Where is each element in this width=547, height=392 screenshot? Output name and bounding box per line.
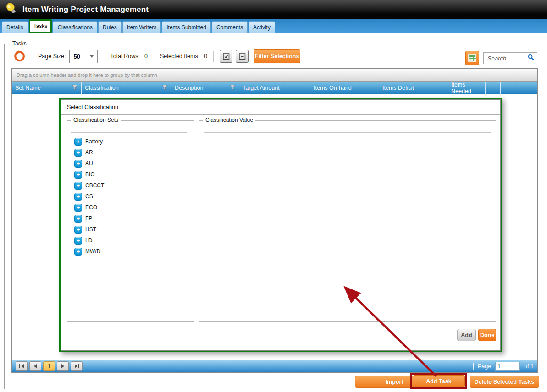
app-window: Item Writing Project Management DetailsT… xyxy=(0,0,547,392)
page-size-value: 50 xyxy=(73,53,80,60)
page-size-label: Page Size: xyxy=(38,53,66,60)
expand-plus-icon[interactable]: + xyxy=(74,215,82,223)
tab-details[interactable]: Details xyxy=(2,21,28,33)
refresh-icon[interactable] xyxy=(13,50,26,63)
page-label: Page xyxy=(478,363,491,370)
expand-plus-icon[interactable]: + xyxy=(74,248,82,256)
lightbulb-icon xyxy=(5,2,17,17)
tree-item-bio[interactable]: +BIO xyxy=(71,169,187,180)
page-title: Item Writing Project Management xyxy=(22,5,149,14)
checkbox-checked-icon xyxy=(223,53,230,60)
tab-classifications[interactable]: Classifications xyxy=(53,21,97,33)
select-all-button[interactable] xyxy=(220,50,232,63)
last-page-button[interactable] xyxy=(71,361,83,371)
filter-selections-button[interactable]: Filter Selections xyxy=(254,49,300,63)
group-hint-text: Drag a column header and drop it here to… xyxy=(17,72,157,78)
filter-funnel-icon[interactable] xyxy=(161,84,168,92)
tree-item-label: FP xyxy=(85,215,92,222)
expand-plus-icon[interactable]: + xyxy=(74,182,82,190)
tree-item-label: CS xyxy=(85,193,93,200)
page-of-label: of 1 xyxy=(524,363,534,370)
filter-funnel-icon[interactable] xyxy=(72,84,78,92)
total-rows-value: 0 xyxy=(144,53,148,60)
tab-item-writers[interactable]: Item Writers xyxy=(122,21,161,33)
dialog-done-button[interactable]: Done xyxy=(478,329,496,341)
title-bar: Item Writing Project Management xyxy=(0,0,547,19)
tab-rules[interactable]: Rules xyxy=(98,21,122,33)
tab-label: Tasks xyxy=(33,23,48,29)
tree-item-label: Battery xyxy=(85,138,103,145)
tab-label: Item Writers xyxy=(127,24,156,31)
tree-item-label: MW/D xyxy=(85,248,100,255)
expand-plus-icon[interactable]: + xyxy=(74,204,82,212)
prev-page-button[interactable] xyxy=(29,361,41,371)
column-header-set-name[interactable]: Set Name xyxy=(12,82,82,94)
group-by-bar[interactable]: Drag a column header and drop it here to… xyxy=(12,69,537,82)
current-page-button[interactable]: 1 xyxy=(43,361,55,371)
page-size-select[interactable]: 50 xyxy=(69,50,98,63)
column-header-items-on-hand[interactable]: Items On-hand xyxy=(310,82,379,94)
column-header-items-deficit[interactable]: Items Deficit xyxy=(379,82,448,94)
tab-label: Items Submitted xyxy=(166,24,206,31)
column-header-empty xyxy=(501,82,537,94)
delete-selected-tasks-button[interactable]: Delete Selected Tasks xyxy=(470,376,539,388)
tree-item-fp[interactable]: +FP xyxy=(71,213,187,224)
toolbar-separator xyxy=(32,51,32,62)
toolbar-separator xyxy=(104,51,104,62)
search-icon[interactable] xyxy=(528,54,534,62)
expand-plus-icon[interactable]: + xyxy=(74,138,82,146)
tree-item-cs[interactable]: +CS xyxy=(71,191,187,202)
selected-items-label: Selected Items: xyxy=(160,53,199,60)
search-box xyxy=(483,52,537,64)
expand-plus-icon[interactable]: + xyxy=(74,160,82,168)
tree-item-au[interactable]: +AU xyxy=(71,158,187,169)
tree-item-ar[interactable]: +AR xyxy=(71,147,187,158)
tree-item-eco[interactable]: +ECO xyxy=(71,202,187,213)
tab-strip: DetailsTasksClassificationsRulesItem Wri… xyxy=(0,19,547,33)
total-rows-label: Total Rows: xyxy=(110,53,140,60)
tree-item-label: CBCCT xyxy=(85,182,104,189)
tab-tasks[interactable]: Tasks xyxy=(29,19,52,33)
expand-plus-icon[interactable]: + xyxy=(74,237,82,245)
column-header-label: Description xyxy=(175,85,204,91)
column-header-items-needed[interactable]: Items Needed xyxy=(448,82,486,94)
expand-plus-icon[interactable]: + xyxy=(74,226,82,234)
tab-label: Details xyxy=(6,24,23,31)
tab-activity[interactable]: Activity xyxy=(249,21,275,33)
tree-item-label: ECO xyxy=(85,204,97,211)
tree-item-mw-d[interactable]: +MW/D xyxy=(71,246,187,257)
tab-label: Comments xyxy=(216,24,243,31)
expand-plus-icon[interactable]: + xyxy=(74,149,82,157)
tree-item-label: HST xyxy=(85,226,96,233)
tree-item-ld[interactable]: +LD xyxy=(71,235,187,246)
column-header-description[interactable]: Description xyxy=(171,82,239,94)
deselect-all-button[interactable] xyxy=(236,50,249,63)
classification-sets-fieldset: Classification Sets +Battery+AR+AU+BIO+C… xyxy=(67,120,194,322)
next-page-button[interactable] xyxy=(57,361,69,371)
panel-legend: Tasks xyxy=(10,40,29,47)
tree-item-cbcct[interactable]: +CBCCT xyxy=(71,180,187,191)
selected-items-value: 0 xyxy=(204,53,207,60)
column-header-label: Classification xyxy=(85,85,119,91)
column-header-target-amount[interactable]: Target Amount xyxy=(239,82,310,94)
first-page-button[interactable] xyxy=(16,361,28,371)
tree-item-label: BIO xyxy=(85,171,95,178)
filter-funnel-icon[interactable] xyxy=(229,84,236,92)
tab-label: Rules xyxy=(103,24,117,31)
classification-sets-list: +Battery+AR+AU+BIO+CBCCT+CS+ECO+FP+HST+L… xyxy=(71,132,187,317)
tab-items-submitted[interactable]: Items Submitted xyxy=(162,21,211,33)
dialog-title: Select Classification xyxy=(67,104,118,110)
expand-plus-icon[interactable]: + xyxy=(74,171,82,179)
search-input[interactable] xyxy=(486,54,528,62)
export-grid-button[interactable] xyxy=(465,51,479,65)
tree-item-battery[interactable]: +Battery xyxy=(71,136,187,147)
page-number-input[interactable] xyxy=(495,362,520,371)
dialog-add-button[interactable]: Add xyxy=(457,329,476,341)
tree-item-hst[interactable]: +HST xyxy=(71,224,187,235)
column-header-classification[interactable]: Classification xyxy=(82,82,171,94)
select-classification-dialog: Select Classification Classification Set… xyxy=(61,99,501,351)
add-task-button[interactable]: Add Task xyxy=(413,375,465,387)
expand-plus-icon[interactable]: + xyxy=(74,193,82,201)
chevron-down-icon xyxy=(90,55,94,58)
tab-comments[interactable]: Comments xyxy=(212,21,248,33)
